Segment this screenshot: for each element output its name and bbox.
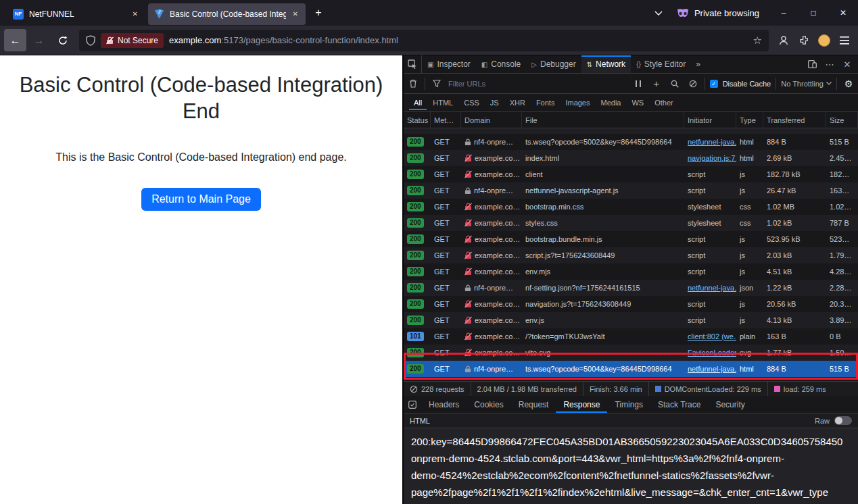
maximize-button[interactable]: □ [799,0,828,26]
network-request-row[interactable]: 200GETexample.co…navigation.js?t=1756243… [404,296,858,312]
tab-basic-control[interactable]: Basic Control (Code-based Integration) ✕ [148,3,306,25]
filter-css[interactable]: CSS [459,95,484,110]
network-request-row[interactable]: 200GETnf4-onpre…ts.wseq?opcode=5004&key=… [404,361,858,377]
tracking-shield-icon[interactable] [86,35,95,46]
devtools-tab-inspector[interactable]: ▣Inspector [422,55,476,73]
initiator-link[interactable]: FaviconLoader… [688,349,736,357]
tab-close-icon[interactable]: ✕ [131,9,139,19]
filter-urls-input[interactable] [448,80,627,88]
detail-tab-cookies[interactable]: Cookies [467,396,510,413]
detail-tab-stack-trace[interactable]: Stack Trace [650,396,708,413]
column-header-file[interactable]: File [522,112,684,128]
account-permissions-icon[interactable] [774,31,793,50]
devtools-tab-network[interactable]: ⇅Network [581,55,631,73]
network-request-row[interactable]: 200GETexample.co…script.js?t=17562436084… [404,247,858,263]
network-request-row[interactable]: 200GETexample.co…vite.svgFaviconLoader…s… [404,345,858,361]
devtools-close-icon[interactable]: ✕ [839,56,855,72]
filter-images[interactable]: Images [561,95,594,110]
new-request-icon[interactable]: + [650,77,663,91]
clear-requests-icon[interactable] [406,77,420,91]
network-request-row[interactable]: 200GETexample.co…env.jsscriptjs4.13 kB3.… [404,312,858,328]
return-main-page-button[interactable]: Return to Main Page [141,188,261,211]
bookmark-star-icon[interactable]: ☆ [753,34,762,47]
detail-tab-request[interactable]: Request [511,396,556,413]
new-tab-button[interactable]: + [310,4,327,22]
filter-js[interactable]: JS [485,95,504,110]
back-button[interactable]: ← [4,29,26,51]
details-pane-icon[interactable] [404,396,421,413]
url-text[interactable]: example.com:5173/pages/basic-control-fun… [169,35,748,45]
devtools-tab-style-editor[interactable]: {}Style Editor [631,55,691,73]
filter-ws[interactable]: WS [627,95,648,110]
filter-media[interactable]: Media [596,95,625,110]
tab-close-icon[interactable]: ✕ [291,9,300,19]
reload-button[interactable] [51,29,74,51]
network-settings-gear-icon[interactable]: ⚙ [842,77,855,91]
initiator-link[interactable]: netfunnel-java… [688,284,736,292]
column-header-size[interactable]: Size [826,112,858,128]
cell-type: css [736,215,763,231]
filter-other[interactable]: Other [650,95,678,110]
block-requests-icon[interactable] [686,77,700,91]
cell-domain: example.co… [461,263,522,280]
raw-toggle[interactable] [834,416,852,425]
network-request-row[interactable]: 200GETnf4-onpre…ts.wseq?opcode=5002&key=… [404,134,858,150]
app-menu-icon[interactable] [835,31,854,50]
network-request-row[interactable]: 101GETexample.co…/?token=gmTKU3wsYaltcli… [404,328,858,345]
close-window-button[interactable]: ✕ [828,0,858,26]
devtools-tab-console[interactable]: ◧Console [476,55,526,73]
column-header-method[interactable]: Met… [431,112,461,128]
pick-element-icon[interactable] [404,55,422,73]
throttling-dropdown[interactable]: No Throttling [781,80,832,88]
performance-analysis-icon[interactable]: 228 requests [404,382,471,396]
devtools-tab-debugger[interactable]: ▷Debugger [526,55,581,73]
detail-tab-response[interactable]: Response [556,396,607,413]
network-request-row[interactable]: 200GETexample.co…index.htmlnavigation.js… [404,150,858,166]
network-request-row[interactable]: 200GETnf4-onpre…netfunnel-javascript-age… [404,182,858,199]
tab-netfunnel[interactable]: NF NetFUNNEL ✕ [7,3,145,25]
initiator-text: script [688,235,705,243]
filter-xhr[interactable]: XHR [505,95,530,110]
responsive-design-icon[interactable] [804,56,820,72]
cell-transferred: 4.13 kB [763,312,826,328]
initiator-link[interactable]: client:802 (we… [688,332,736,341]
column-header-type[interactable]: Type [736,112,763,128]
filter-all[interactable]: All [409,95,427,110]
extensions-icon[interactable] [794,31,813,50]
initiator-text: stylesheet [688,219,721,227]
detail-tab-headers[interactable]: Headers [421,396,467,413]
detail-tab-security[interactable]: Security [708,396,752,413]
initiator-link[interactable]: navigation.js:7… [688,154,736,162]
column-header-transferred[interactable]: Transferred [763,112,826,128]
url-bar[interactable]: Not Secure example.com:5173/pages/basic-… [79,30,769,51]
forward-button[interactable]: → [28,29,50,51]
network-request-row[interactable]: 200GETexample.co…env.mjsscriptjs4.51 kB4… [404,263,858,280]
column-header-initiator[interactable]: Initiator [684,112,736,128]
network-request-row[interactable]: 200GETexample.co…clientscriptjs182.78 kB… [404,166,858,182]
domain-text: example.co… [475,268,520,276]
initiator-link[interactable]: netfunnel-java… [688,365,736,373]
network-request-row[interactable]: 200GETnf4-onpre…nf-setting.json?nf=17562… [404,280,858,296]
column-header-status[interactable]: Status [404,112,431,128]
filter-html[interactable]: HTML [428,95,458,110]
network-request-row[interactable]: 200GETexample.co…bootstrap.bundle.min.js… [404,231,858,247]
network-request-row[interactable]: 200GETexample.co…styles.cssstylesheetcss… [404,215,858,231]
detail-tab-timings[interactable]: Timings [607,396,650,413]
cell-file: index.html [522,150,684,166]
column-header-domain[interactable]: Domain [461,112,522,128]
search-icon[interactable] [668,77,682,91]
cell-status: 200 [404,134,431,150]
disable-cache-label[interactable]: Disable Cache [723,80,771,88]
profile-avatar[interactable] [815,31,834,50]
more-tools-chevron-icon[interactable]: » [691,55,705,73]
minimize-button[interactable]: – [769,0,799,26]
network-request-row[interactable]: 200GETexample.co…bootstrap.min.cssstyles… [404,199,858,215]
devtools-meatball-menu-icon[interactable]: ⋯ [821,56,838,72]
initiator-link[interactable]: netfunnel-java… [688,138,736,146]
pause-recording-icon[interactable] [631,77,645,91]
list-all-tabs-icon[interactable] [650,4,667,22]
filter-fonts[interactable]: Fonts [531,95,560,110]
not-secure-badge[interactable]: Not Secure [101,33,164,48]
cell-method: GET [431,166,461,182]
disable-cache-checkbox[interactable]: ✓ [710,80,718,88]
